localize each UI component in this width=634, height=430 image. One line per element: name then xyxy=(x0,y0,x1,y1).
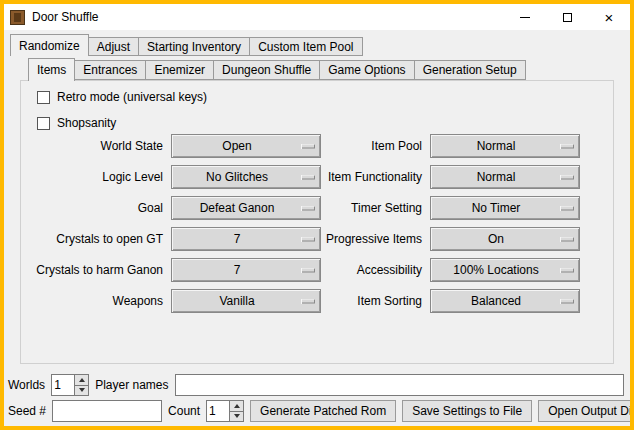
minimize-button[interactable] xyxy=(504,4,546,30)
app-icon xyxy=(10,10,25,25)
minimize-icon xyxy=(520,17,530,18)
timer-setting-dropdown[interactable]: No Timer xyxy=(430,196,580,220)
worlds-spin-up[interactable] xyxy=(75,375,88,385)
spin-up-icon xyxy=(234,404,240,408)
worlds-row: Worlds Player names xyxy=(8,374,624,396)
inner-tab-bar: Items Entrances Enemizer Dungeon Shuffle… xyxy=(28,58,525,80)
tab-generation-setup[interactable]: Generation Setup xyxy=(414,60,526,80)
outer-tab-bar: Randomize Adjust Starting Inventory Cust… xyxy=(10,36,362,56)
dropdown-value: On xyxy=(431,232,579,246)
player-names-label: Player names xyxy=(95,378,168,392)
tab-starting-inventory[interactable]: Starting Inventory xyxy=(138,37,250,56)
setting-label: Item Sorting xyxy=(243,294,430,308)
setting-row: Item Sorting Balanced xyxy=(243,289,580,313)
accessibility-dropdown[interactable]: 100% Locations xyxy=(430,258,580,282)
setting-label: Timer Setting xyxy=(243,201,430,215)
maximize-button[interactable] xyxy=(546,4,588,30)
dropdown-value: Normal xyxy=(431,139,579,153)
spin-up-icon xyxy=(79,378,85,382)
seed-label: Seed # xyxy=(8,404,46,418)
close-icon: × xyxy=(605,10,614,25)
progressive-items-dropdown[interactable]: On xyxy=(430,227,580,251)
count-input[interactable] xyxy=(207,401,229,421)
settings-column-right: Item Pool Normal Item Functionality Norm… xyxy=(243,134,580,313)
worlds-spin-down[interactable] xyxy=(75,385,88,396)
tab-enemizer[interactable]: Enemizer xyxy=(145,60,214,80)
setting-label: Progressive Items xyxy=(243,232,430,246)
dropdown-indicator-icon xyxy=(560,175,574,180)
setting-label: Crystals to harm Ganon xyxy=(21,263,171,277)
item-functionality-dropdown[interactable]: Normal xyxy=(430,165,580,189)
window-title: Door Shuffle xyxy=(32,10,99,24)
retro-mode-checkbox[interactable]: Retro mode (universal keys) xyxy=(37,89,207,105)
dropdown-indicator-icon xyxy=(560,144,574,149)
setting-label: Accessibility xyxy=(243,263,430,277)
dropdown-indicator-icon xyxy=(560,237,574,242)
checkbox-label: Shopsanity xyxy=(57,116,116,130)
count-spin-up[interactable] xyxy=(230,401,243,411)
setting-row: Item Pool Normal xyxy=(243,134,580,158)
spinner-buttons xyxy=(74,375,88,395)
worlds-input[interactable] xyxy=(52,375,74,395)
worlds-label: Worlds xyxy=(8,378,45,392)
count-spinner[interactable] xyxy=(206,400,244,422)
player-names-input[interactable] xyxy=(175,374,625,396)
setting-label: Item Functionality xyxy=(243,170,430,184)
tab-dungeon-shuffle[interactable]: Dungeon Shuffle xyxy=(213,60,320,80)
setting-row: Accessibility 100% Locations xyxy=(243,258,580,282)
window-controls: × xyxy=(504,4,630,30)
items-tab-pane: Retro mode (universal keys) Shopsanity W… xyxy=(20,80,614,364)
setting-label: World State xyxy=(21,139,171,153)
close-button[interactable]: × xyxy=(588,4,630,30)
setting-label: Crystals to open GT xyxy=(21,232,171,246)
dropdown-value: Balanced xyxy=(431,294,579,308)
checkbox-label: Retro mode (universal keys) xyxy=(57,90,207,104)
main-content: Randomize Adjust Starting Inventory Cust… xyxy=(4,30,630,426)
count-label: Count xyxy=(168,404,200,418)
setting-row: Item Functionality Normal xyxy=(243,165,580,189)
save-settings-button[interactable]: Save Settings to File xyxy=(402,400,532,422)
spin-down-icon xyxy=(234,414,240,418)
tab-items[interactable]: Items xyxy=(28,58,75,81)
count-spin-down[interactable] xyxy=(230,411,243,422)
item-pool-dropdown[interactable]: Normal xyxy=(430,134,580,158)
app-window: Door Shuffle × Randomize Adjust Starting… xyxy=(0,0,634,430)
dropdown-value: Normal xyxy=(431,170,579,184)
tab-entrances[interactable]: Entrances xyxy=(74,60,146,80)
shopsanity-checkbox[interactable]: Shopsanity xyxy=(37,115,116,131)
dropdown-indicator-icon xyxy=(560,268,574,273)
dropdown-indicator-icon xyxy=(560,299,574,304)
spinner-buttons xyxy=(229,401,243,421)
dropdown-value: 100% Locations xyxy=(431,263,579,277)
item-sorting-dropdown[interactable]: Balanced xyxy=(430,289,580,313)
tab-game-options[interactable]: Game Options xyxy=(319,60,414,80)
setting-label: Goal xyxy=(21,201,171,215)
generate-row: Seed # Count Generate Patched Rom Save S… xyxy=(8,400,628,422)
spin-down-icon xyxy=(79,388,85,392)
generate-patched-rom-button[interactable]: Generate Patched Rom xyxy=(250,400,396,422)
dropdown-indicator-icon xyxy=(560,206,574,211)
worlds-spinner[interactable] xyxy=(51,374,89,396)
tab-custom-item-pool[interactable]: Custom Item Pool xyxy=(249,37,362,56)
setting-row: Progressive Items On xyxy=(243,227,580,251)
tab-randomize[interactable]: Randomize xyxy=(10,34,89,56)
setting-label: Item Pool xyxy=(243,139,430,153)
setting-label: Weapons xyxy=(21,294,171,308)
open-output-directory-button[interactable]: Open Output Directory xyxy=(538,400,634,422)
maximize-icon xyxy=(563,13,572,22)
dropdown-value: No Timer xyxy=(431,201,579,215)
tab-adjust[interactable]: Adjust xyxy=(88,37,139,56)
checkbox-icon xyxy=(37,91,50,104)
checkbox-icon xyxy=(37,117,50,130)
setting-label: Logic Level xyxy=(21,170,171,184)
seed-input[interactable] xyxy=(52,400,162,422)
titlebar: Door Shuffle × xyxy=(4,4,630,30)
setting-row: Timer Setting No Timer xyxy=(243,196,580,220)
